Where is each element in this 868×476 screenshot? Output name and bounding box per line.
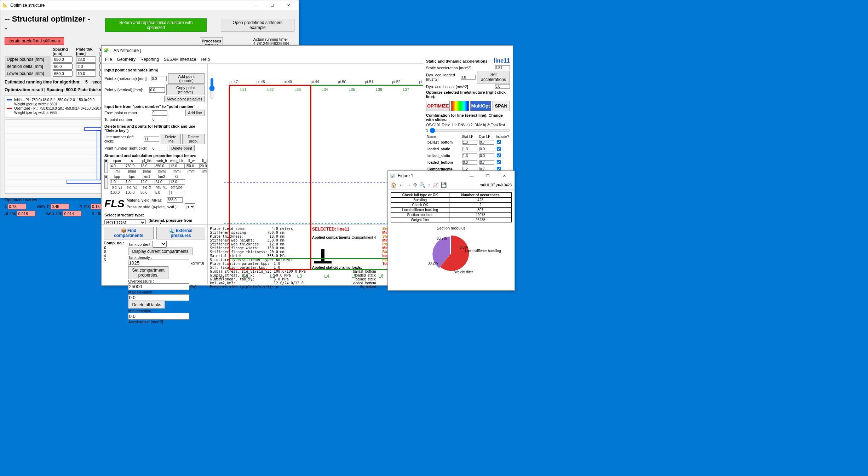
dynlf-input[interactable] xyxy=(479,140,494,145)
upper-plate-thk[interactable] xyxy=(76,56,96,63)
minimize-button[interactable]: — xyxy=(464,171,480,181)
prop-input[interactable] xyxy=(125,163,140,169)
statlf-input[interactable] xyxy=(462,160,477,165)
delete-point-button[interactable]: Delete point xyxy=(169,145,195,151)
ov-s[interactable] xyxy=(8,204,26,209)
axes-icon[interactable]: 📈 xyxy=(432,182,438,188)
add-point-button[interactable]: Add point (coords) xyxy=(168,73,205,84)
prop-input[interactable] xyxy=(155,179,170,185)
point-x-input[interactable] xyxy=(151,76,167,81)
dynlf-input[interactable] xyxy=(479,153,494,158)
menu-sesam[interactable]: SESAM interface xyxy=(164,57,196,62)
overpressure-input[interactable] xyxy=(128,283,189,290)
prop-input[interactable] xyxy=(140,163,155,169)
prop-input[interactable] xyxy=(169,163,185,169)
minimize-button[interactable]: — xyxy=(248,0,264,10)
copy-point-button[interactable]: Copy point (relative) xyxy=(166,85,205,95)
include-checkbox[interactable] xyxy=(497,147,501,151)
menu-help[interactable]: Help xyxy=(201,57,210,62)
add-line-button[interactable]: Add line xyxy=(185,110,205,116)
find-compartments-button[interactable]: 📦 Find compartments xyxy=(104,227,154,239)
ov-web-htk[interactable] xyxy=(63,211,81,216)
comp-item[interactable]: 4 xyxy=(104,254,124,258)
lower-spacing[interactable] xyxy=(53,70,73,77)
delta-plate-thk[interactable] xyxy=(76,63,96,70)
comp-item[interactable]: 5 xyxy=(104,258,124,262)
statlf-input[interactable] xyxy=(462,140,477,145)
external-pressures-button[interactable]: 🌊 External pressures xyxy=(156,227,205,239)
include-checkbox[interactable] xyxy=(497,153,501,158)
upper-spacing[interactable] xyxy=(53,56,73,63)
configure-icon[interactable]: ≡ xyxy=(427,182,430,188)
set-acc-button[interactable]: Set accelerations xyxy=(477,71,510,83)
close-button[interactable]: ✕ xyxy=(496,171,512,181)
forward-icon[interactable]: → xyxy=(406,182,411,188)
include-checkbox[interactable] xyxy=(497,160,501,164)
maximize-button[interactable]: ☐ xyxy=(480,171,496,181)
menu-file[interactable]: File xyxy=(105,57,112,62)
tank-density-input[interactable] xyxy=(128,260,189,266)
delete-tanks-button[interactable]: Delete all tanks xyxy=(128,301,165,309)
prop-input[interactable] xyxy=(169,190,185,195)
material-yield-input[interactable] xyxy=(167,197,183,203)
dyn-loaded-input[interactable] xyxy=(461,75,476,80)
prop-input[interactable] xyxy=(140,179,155,185)
comp-item[interactable]: 2 xyxy=(104,245,124,249)
prop-input[interactable] xyxy=(184,163,200,169)
span-button[interactable]: SPAN xyxy=(493,101,510,111)
statlf-input[interactable] xyxy=(462,153,477,158)
prop-input[interactable] xyxy=(110,163,126,169)
point-number-input[interactable] xyxy=(152,146,167,151)
min-elev-input[interactable] xyxy=(128,313,189,320)
ov-pl-thk[interactable] xyxy=(17,211,35,216)
optimize-button[interactable]: OPTIMIZE xyxy=(426,101,450,111)
move-point-button[interactable]: Move point (relative) xyxy=(164,96,205,102)
prop-input[interactable] xyxy=(140,190,155,195)
zoom-icon[interactable]: 🔍 xyxy=(419,182,425,188)
multiopt-button[interactable]: MultiOpt xyxy=(470,101,491,111)
home-icon[interactable]: 🏠 xyxy=(391,182,397,188)
set-compartment-button[interactable]: Set compartment properties. xyxy=(128,266,168,279)
menu-reporting[interactable]: Reporting xyxy=(140,57,159,62)
canvas-vslider[interactable] xyxy=(210,78,214,99)
ov-web-h[interactable] xyxy=(51,204,69,209)
prop-input[interactable] xyxy=(199,163,208,169)
statlf-input[interactable] xyxy=(462,147,477,151)
prop-input[interactable] xyxy=(125,179,140,185)
delta-spacing[interactable] xyxy=(53,63,73,70)
prop-input[interactable] xyxy=(125,190,140,195)
save-icon[interactable]: 💾 xyxy=(441,182,447,188)
close-button[interactable]: ✕ xyxy=(280,0,297,10)
back-icon[interactable]: ← xyxy=(399,182,404,188)
maximize-button[interactable]: ☐ xyxy=(264,0,280,10)
pressure-side-select[interactable]: p xyxy=(185,203,195,210)
pan-icon[interactable]: ✥ xyxy=(413,182,417,188)
open-example-button[interactable]: Open predefined stiffeners example xyxy=(221,19,294,31)
prop-input[interactable] xyxy=(155,163,170,169)
dynlf-input[interactable] xyxy=(479,160,494,165)
iterate-stiffeners-button[interactable]: Iterate predefined stiffeners xyxy=(5,37,64,45)
menu-geometry[interactable]: Geometry xyxy=(117,57,136,62)
comp-item[interactable]: 3 xyxy=(104,249,124,254)
point-y-input[interactable] xyxy=(149,87,165,93)
combination-slider[interactable] xyxy=(430,128,510,133)
include-checkbox[interactable] xyxy=(497,140,501,144)
dynlf-input[interactable] xyxy=(479,147,494,151)
display-compartments-button[interactable]: Display current compartments xyxy=(128,248,192,255)
delete-line-button[interactable]: Delete line xyxy=(161,134,181,144)
prop-input[interactable] xyxy=(155,190,170,195)
structure-type-select[interactable]: BOTTOM xyxy=(104,219,146,225)
prop-input[interactable] xyxy=(169,179,185,185)
optimize-gradient-icon[interactable] xyxy=(451,101,469,111)
return-replace-button[interactable]: Return and replace initial structure wit… xyxy=(105,18,207,32)
dyn-ballast-input[interactable] xyxy=(495,84,510,89)
static-acc-input[interactable] xyxy=(495,65,510,70)
from-point-input[interactable] xyxy=(152,110,167,116)
line-number-input[interactable] xyxy=(144,137,159,142)
prop-input[interactable] xyxy=(110,190,126,195)
delete-prop-button[interactable]: Delete prop. xyxy=(182,134,205,144)
lower-plate-thk[interactable] xyxy=(76,70,96,77)
max-elev-input[interactable] xyxy=(128,294,189,301)
to-point-input[interactable] xyxy=(152,117,167,122)
prop-input[interactable] xyxy=(110,179,126,185)
